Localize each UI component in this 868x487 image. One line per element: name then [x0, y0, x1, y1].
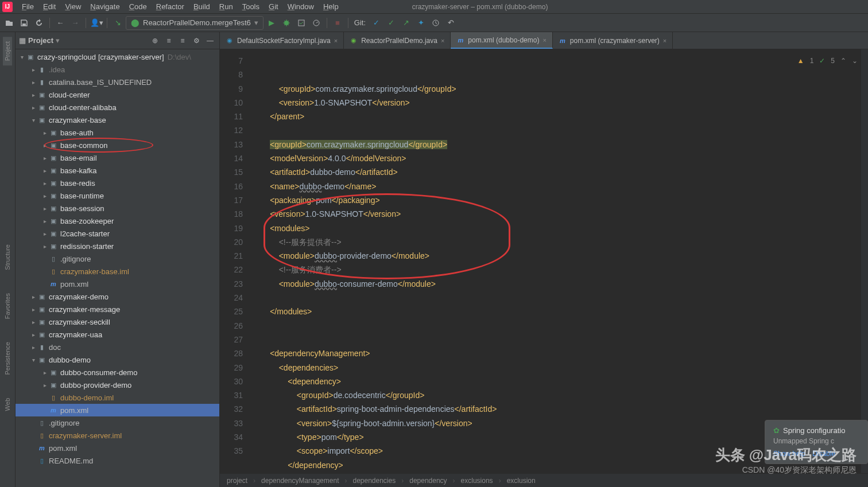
tree-item-crazymaker-message[interactable]: ▸▣crazymaker-message	[16, 303, 219, 315]
sidebar-title[interactable]: Project	[28, 36, 53, 45]
tree-item-base-auth[interactable]: ▸▣base-auth	[16, 126, 219, 139]
tree-item-cloud-center-alibaba[interactable]: ▸▣cloud-center-alibaba	[16, 101, 219, 114]
tree-item-crazymaker-base-iml[interactable]: ▯crazymaker-base.iml	[16, 265, 219, 278]
rail-persistence[interactable]: Persistence	[3, 337, 12, 379]
tree-arrow-icon[interactable]: ▸	[41, 231, 49, 237]
code-line-25[interactable]	[252, 333, 868, 346]
tree-arrow-icon[interactable]: ▸	[29, 92, 37, 98]
close-icon[interactable]: ×	[334, 37, 338, 44]
tree-item-dubbo-demo-iml[interactable]: ▯dubbo-demo.iml	[16, 391, 219, 404]
tree-arrow-icon[interactable]: ▸	[29, 319, 37, 325]
menu-file[interactable]: File	[17, 1, 38, 13]
menu-git[interactable]: Git	[264, 1, 283, 13]
notif-disable[interactable]: Disable	[812, 450, 835, 458]
code-line-13[interactable]: <artifactId>dubbo-demo</artifactId>	[252, 165, 868, 179]
tree-arrow-icon[interactable]: ▸	[41, 193, 49, 199]
tree-item-pom-xml[interactable]: mpom.xml	[16, 442, 219, 454]
open-icon[interactable]	[2, 16, 16, 30]
code-line-17[interactable]: <modules>	[252, 221, 868, 235]
chevron-up-icon[interactable]: ⌃	[840, 54, 846, 68]
tree-item-dubbo-provider-demo[interactable]: ▸▣dubbo-provider-demo	[16, 379, 219, 391]
breadcrumb-item[interactable]: project	[227, 477, 247, 485]
tree-arrow-icon[interactable]: ▸	[41, 243, 49, 250]
tree-item-pom-xml[interactable]: mpom.xml	[16, 278, 219, 290]
tree-item-crazymaker-base[interactable]: ▾▣crazymaker-base	[16, 114, 219, 126]
code-line-8[interactable]: <version>1.0-SNAPSHOT</version>	[252, 96, 868, 110]
tree-item--gitignore[interactable]: ▯.gitignore	[16, 416, 219, 429]
tree-item-base-email[interactable]: ▸▣base-email	[16, 151, 219, 164]
git-push-icon[interactable]: ↗	[399, 16, 413, 30]
breadcrumb[interactable]: project›dependencyManagement›dependencie…	[220, 473, 868, 487]
tree-item-base-session[interactable]: ▸▣base-session	[16, 202, 219, 215]
select-opened-icon[interactable]: ⊕	[149, 35, 161, 46]
tree-item-base-kafka[interactable]: ▸▣base-kafka	[16, 164, 219, 177]
breadcrumb-item[interactable]: exclusions	[461, 477, 493, 485]
coverage-icon[interactable]	[294, 16, 308, 30]
save-icon[interactable]	[17, 16, 31, 30]
code-line-20[interactable]: <!--服务消费者-->	[252, 263, 868, 276]
git-commit-icon[interactable]: ✓	[384, 16, 398, 30]
tree-arrow-icon[interactable]: ▾	[29, 117, 37, 123]
menu-edit[interactable]: Edit	[38, 1, 60, 13]
code-line-24[interactable]	[252, 319, 868, 333]
tab-pom-xml--crazymaker-server-[interactable]: mpom.xml (crazymaker-server)×	[553, 32, 673, 49]
tree-arrow-icon[interactable]: ▸	[29, 294, 37, 300]
rail-structure[interactable]: Structure	[3, 240, 12, 275]
menu-view[interactable]: View	[60, 1, 86, 13]
menu-window[interactable]: Window	[283, 1, 319, 13]
tree-item-crazymaker-demo[interactable]: ▸▣crazymaker-demo	[16, 290, 219, 303]
collapse-all-icon[interactable]: ≡	[177, 35, 188, 46]
tree-arrow-icon[interactable]: ▸	[41, 205, 49, 212]
close-icon[interactable]: ×	[441, 37, 444, 44]
tree-item-base-common[interactable]: ▸▣base-common	[16, 139, 219, 151]
menu-run[interactable]: Run	[215, 1, 238, 13]
chevron-down-icon[interactable]: ▾	[18, 54, 26, 60]
code-line-18[interactable]: <!--服务提供者-->	[252, 235, 868, 249]
profile-icon[interactable]	[309, 16, 323, 30]
git-rollback-icon[interactable]: ↶	[444, 16, 458, 30]
reload-icon[interactable]	[32, 16, 46, 30]
git-update-icon[interactable]: ✓	[369, 16, 383, 30]
tree-arrow-icon[interactable]: ▸	[41, 218, 49, 224]
tree-arrow-icon[interactable]: ▸	[41, 130, 49, 136]
code-line-35[interactable]	[252, 472, 868, 473]
tree-arrow-icon[interactable]: ▸	[41, 142, 49, 149]
tree-arrow-icon[interactable]: ▸	[41, 180, 49, 186]
code-line-7[interactable]: <groupId>com.crazymaker.springcloud</gro…	[252, 82, 868, 96]
code-line-12[interactable]: <modelVersion>4.0.0</modelVersion>	[252, 151, 868, 165]
tree-item-cloud-center[interactable]: ▸▣cloud-center	[16, 88, 219, 101]
tree-arrow-icon[interactable]: ▸	[29, 104, 37, 111]
tree-item-crazymaker-uaa[interactable]: ▸▣crazymaker-uaa	[16, 328, 219, 341]
notif-show-help[interactable]: Show help	[773, 450, 805, 458]
tree-arrow-icon[interactable]: ▸	[41, 167, 49, 174]
hammer-icon[interactable]: ↘	[111, 16, 125, 30]
tree-root[interactable]: ▾ ▣ crazy-springcloud [crazymaker-server…	[16, 50, 219, 63]
rail-project[interactable]: Project	[3, 37, 12, 65]
expand-all-icon[interactable]: ≡	[163, 35, 175, 46]
tab-reactorpralleldemo-java[interactable]: ◉ReactorPrallelDemo.java×	[344, 32, 451, 49]
tree-item-doc[interactable]: ▸▮doc	[16, 341, 219, 353]
tree-item-base-redis[interactable]: ▸▣base-redis	[16, 177, 219, 189]
hide-icon[interactable]: —	[204, 35, 216, 46]
breadcrumb-item[interactable]: exclusion	[507, 477, 536, 485]
tree-arrow-icon[interactable]: ▸	[41, 369, 49, 376]
code-line-21[interactable]: <module>dubbo-consumer-demo</module>	[252, 277, 868, 291]
breadcrumb-item[interactable]: dependencyManagement	[261, 477, 339, 485]
chevron-down-icon[interactable]: ⌄	[852, 54, 858, 68]
back-icon[interactable]: ←	[53, 16, 67, 30]
tree-item-redission-starter[interactable]: ▸▣redission-starter	[16, 240, 219, 252]
code-line-29[interactable]: <groupId>de.codecentric</groupId>	[252, 388, 868, 402]
git-clock-icon[interactable]	[429, 16, 443, 30]
tree-arrow-icon[interactable]: ▸	[29, 79, 37, 85]
forward-icon[interactable]: →	[68, 16, 82, 30]
tree-item-l2cache-starter[interactable]: ▸▣l2cache-starter	[16, 227, 219, 240]
tree-item-readme-md[interactable]: ▯README.md	[16, 454, 219, 467]
debug-icon[interactable]	[280, 16, 293, 30]
tab-defaultsocketfactoryimpl-java[interactable]: ◉DefaultSocketFactoryImpl.java×	[220, 32, 344, 49]
code-line-22[interactable]	[252, 291, 868, 305]
code-content[interactable]: <groupId>com.crazymaker.springcloud</gro…	[252, 49, 868, 473]
settings-icon[interactable]: ⚙	[191, 35, 202, 46]
code-line-19[interactable]: <module>dubbo-provider-demo</module>	[252, 249, 868, 263]
user-icon[interactable]: 👤▾	[90, 16, 103, 30]
menu-refactor[interactable]: Refactor	[152, 1, 189, 13]
